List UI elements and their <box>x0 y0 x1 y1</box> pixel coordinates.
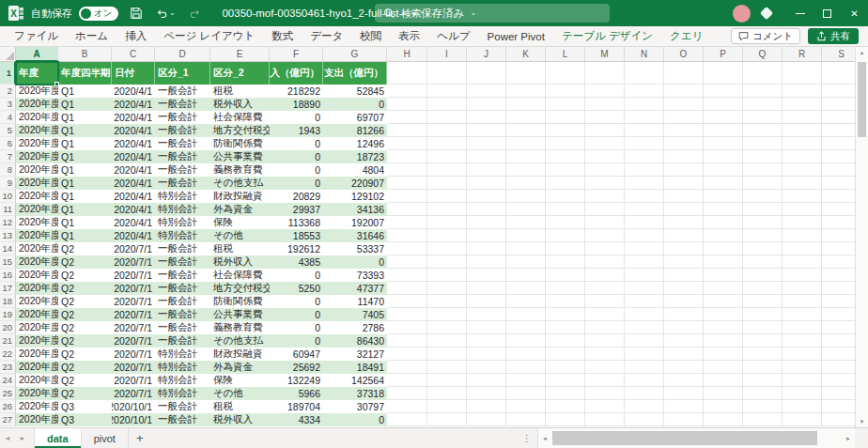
row-number-25[interactable]: 25 <box>0 387 16 400</box>
cell-B8[interactable]: Q1 <box>58 163 112 177</box>
row-number-17[interactable]: 17 <box>0 282 16 295</box>
cell-P11[interactable] <box>704 203 743 216</box>
cell-I6[interactable] <box>427 137 467 150</box>
scroll-up-icon[interactable]: ▲ <box>856 50 868 55</box>
cell-O21[interactable] <box>664 334 704 348</box>
cell-J26[interactable] <box>467 400 506 413</box>
cell-J24[interactable] <box>467 374 506 387</box>
cell-S27[interactable] <box>822 413 855 426</box>
cell-Q26[interactable] <box>743 400 783 413</box>
ribbon-tab-view[interactable]: 表示 <box>390 26 428 46</box>
column-header-C[interactable]: C <box>112 47 155 62</box>
cell-F23[interactable]: 25692 <box>270 361 323 374</box>
cell-J8[interactable] <box>467 163 506 177</box>
cell-G7[interactable]: 18723 <box>323 150 387 163</box>
cell-B25[interactable]: Q2 <box>58 387 112 400</box>
cell-E2[interactable]: 租税 <box>210 85 270 98</box>
cell-N5[interactable] <box>625 124 664 137</box>
cell-P24[interactable] <box>704 374 743 387</box>
cell-Q21[interactable] <box>743 334 783 348</box>
cell-Q6[interactable] <box>743 137 783 150</box>
cell-A9[interactable]: 2020年度 <box>16 177 58 190</box>
cell-I7[interactable] <box>427 150 467 163</box>
cell-P13[interactable] <box>704 229 743 242</box>
undo-button[interactable]: ⌄ <box>154 2 177 24</box>
cell-O23[interactable] <box>664 361 704 374</box>
cell-E16[interactable]: 社会保障費 <box>210 269 270 282</box>
cell-A13[interactable]: 2020年度 <box>16 229 58 242</box>
cell-L3[interactable] <box>546 98 585 111</box>
cell-A5[interactable]: 2020年度 <box>16 124 58 137</box>
cell-C26[interactable]: 2020/10/1 <box>112 400 155 413</box>
cell-Q8[interactable] <box>743 163 783 177</box>
column-header-M[interactable]: M <box>585 47 625 62</box>
cell-C13[interactable]: 2020/4/1 <box>112 229 155 242</box>
cell-I15[interactable] <box>427 255 467 269</box>
share-button[interactable]: 共有 <box>808 28 859 44</box>
cell-R5[interactable] <box>783 124 822 137</box>
row-number-3[interactable]: 3 <box>0 98 16 111</box>
cell-E8[interactable]: 義務教育費 <box>210 163 270 177</box>
cell-S15[interactable] <box>822 255 855 269</box>
cell-D24[interactable]: 特別会計 <box>155 374 210 387</box>
cell-H5[interactable] <box>387 124 427 137</box>
cell-R20[interactable] <box>783 321 822 334</box>
cell-I1[interactable] <box>427 62 467 85</box>
cell-D14[interactable]: 一般会計 <box>155 242 210 255</box>
cell-E20[interactable]: 義務教育費 <box>210 321 270 334</box>
column-header-O[interactable]: O <box>664 47 704 62</box>
cell-Q10[interactable] <box>743 190 783 203</box>
cell-N3[interactable] <box>625 98 664 111</box>
cell-Q1[interactable] <box>743 62 783 85</box>
cell-H4[interactable] <box>387 111 427 124</box>
cell-P25[interactable] <box>704 387 743 400</box>
cell-E21[interactable]: その他支払 <box>210 334 270 348</box>
cell-N6[interactable] <box>625 137 664 150</box>
cell-G24[interactable]: 142564 <box>323 374 387 387</box>
cell-C4[interactable]: 2020/4/1 <box>112 111 155 124</box>
cell-E12[interactable]: 保険 <box>210 216 270 229</box>
cell-M23[interactable] <box>585 361 625 374</box>
cell-B6[interactable]: Q1 <box>58 137 112 150</box>
cell-R23[interactable] <box>783 361 822 374</box>
cell-G10[interactable]: 129102 <box>323 190 387 203</box>
cell-H16[interactable] <box>387 269 427 282</box>
cell-C12[interactable]: 2020/4/1 <box>112 216 155 229</box>
cell-L4[interactable] <box>546 111 585 124</box>
cell-Q25[interactable] <box>743 387 783 400</box>
cell-B23[interactable]: Q2 <box>58 361 112 374</box>
cell-G25[interactable]: 37318 <box>323 387 387 400</box>
fill-handle[interactable] <box>54 82 59 86</box>
cell-K22[interactable] <box>506 348 546 361</box>
cell-P16[interactable] <box>704 269 743 282</box>
cell-H7[interactable] <box>387 150 427 163</box>
cell-J5[interactable] <box>467 124 506 137</box>
cell-P20[interactable] <box>704 321 743 334</box>
cell-E6[interactable]: 防衛関係費 <box>210 137 270 150</box>
cell-B3[interactable]: Q1 <box>58 98 112 111</box>
cell-H20[interactable] <box>387 321 427 334</box>
cell-I11[interactable] <box>427 203 467 216</box>
cell-Q3[interactable] <box>743 98 783 111</box>
row-number-14[interactable]: 14 <box>0 242 16 255</box>
cell-P4[interactable] <box>704 111 743 124</box>
cell-C16[interactable]: 2020/7/1 <box>112 269 155 282</box>
cell-J11[interactable] <box>467 203 506 216</box>
cell-O8[interactable] <box>664 163 704 177</box>
cell-N27[interactable] <box>625 413 664 426</box>
cell-Q20[interactable] <box>743 321 783 334</box>
cell-C8[interactable]: 2020/4/1 <box>112 163 155 177</box>
cell-B9[interactable]: Q1 <box>58 177 112 190</box>
cell-P5[interactable] <box>704 124 743 137</box>
cell-H13[interactable] <box>387 229 427 242</box>
cell-A21[interactable]: 2020年度 <box>16 334 58 348</box>
cell-Q15[interactable] <box>743 255 783 269</box>
cell-M6[interactable] <box>585 137 625 150</box>
cell-J23[interactable] <box>467 361 506 374</box>
cell-E15[interactable]: 税外収入 <box>210 255 270 269</box>
cell-C20[interactable]: 2020/7/1 <box>112 321 155 334</box>
cell-G19[interactable]: 7405 <box>323 308 387 321</box>
cell-J9[interactable] <box>467 177 506 190</box>
cell-L5[interactable] <box>546 124 585 137</box>
cell-N19[interactable] <box>625 308 664 321</box>
